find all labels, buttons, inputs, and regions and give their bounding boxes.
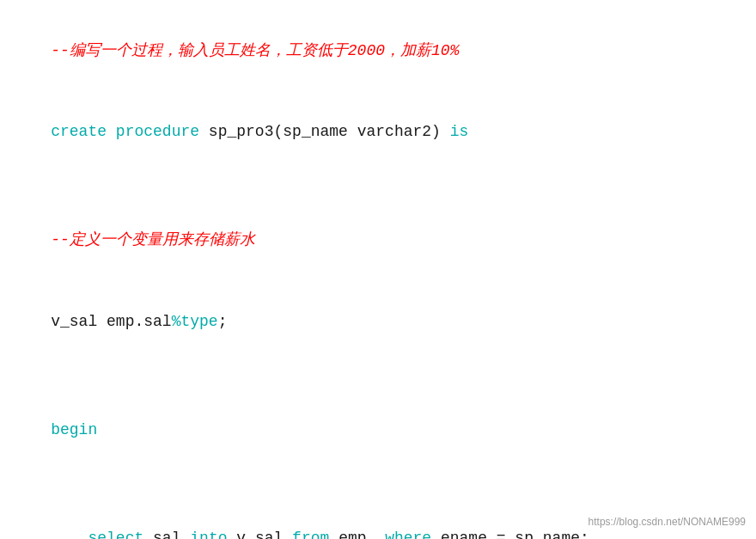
var-v-sal: v_sal [236,530,292,540]
line-2: create procedure sp_pro3(sp_name varchar… [14,92,742,174]
indent-1 [51,530,88,540]
keyword-is: is [450,123,469,140]
type-keyword: %type [172,313,218,330]
keyword-from: from [292,530,338,540]
col-sal: sal [153,530,190,540]
line-5: v_sal emp.sal%type; [14,281,742,363]
proc-name: sp_pro3(sp_name varchar2) [209,123,450,140]
comment-2: --定义一个变量用来存储薪水 [51,231,255,248]
keyword-where-1: where [385,530,441,540]
line-8 [14,471,742,499]
line-4: --定义一个变量用来存储薪水 [14,200,742,282]
comment-1: --编写一个过程，输入员工姓名，工资低于2000，加薪10% [51,42,459,59]
keyword-into: into [190,530,236,540]
semicolon-1: ; [218,313,228,330]
line-6 [14,363,742,390]
line-7: begin [14,389,742,471]
watermark: https://blog.csdn.net/NONAME999 [588,514,746,530]
keyword-create: create procedure [51,123,209,140]
where-clause-1: ename = sp_name; [441,530,589,540]
line-3 [14,173,742,200]
keyword-select: select [88,530,153,540]
code-container: --编写一个过程，输入员工姓名，工资低于2000，加薪10% create pr… [0,0,756,539]
table-emp-1: emp [338,530,385,540]
keyword-begin: begin [51,421,97,438]
var-declaration: v_sal emp.sal [51,313,171,330]
line-1: --编写一个过程，输入员工姓名，工资低于2000，加薪10% [14,10,742,92]
